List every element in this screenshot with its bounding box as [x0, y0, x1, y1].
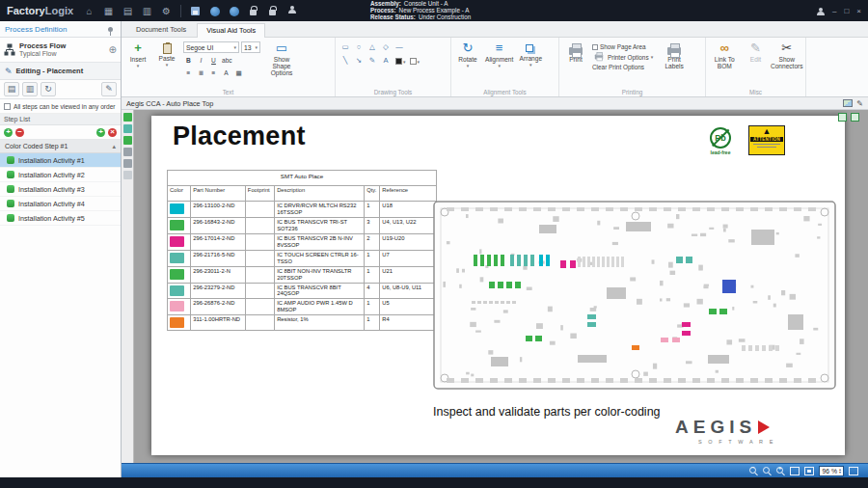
checkbox[interactable]	[4, 103, 11, 110]
insert-button[interactable]: + Insert ▾	[125, 40, 150, 87]
tab-visual-aid-tools[interactable]: Visual Aid Tools	[197, 23, 265, 38]
table-row[interactable]: 296-21716-5-NDIC TOUCH SCREEN CTRLR 16-T…	[168, 250, 437, 266]
arrange-button[interactable]: Arrange▾	[518, 40, 543, 87]
maximize-button[interactable]: □	[844, 7, 849, 15]
shape-tool[interactable]: ◇	[380, 42, 392, 53]
font-size-select[interactable]: 13▾	[241, 41, 260, 53]
table-row[interactable]: 296-26876-2-NDIC AMP AUDIO PWR 1.45W D 8…	[168, 299, 437, 315]
process-flow-item[interactable]: Process FlowTypical Flow ⊕	[0, 38, 121, 63]
link-to-bom-button[interactable]: ∞Link To BOM	[710, 40, 740, 87]
page-nav-icon[interactable]	[838, 113, 847, 122]
print-labels-button[interactable]: Print Labels	[657, 40, 692, 87]
documents-icon[interactable]: ▤	[121, 4, 135, 18]
step-list-item[interactable]: Installation Activity #3	[0, 182, 121, 197]
format-button[interactable]: ▦	[233, 68, 244, 78]
shape-tool[interactable]: ✎	[366, 56, 378, 67]
remove-step-icon[interactable]: −	[15, 128, 24, 137]
fit-page-icon[interactable]	[804, 467, 814, 475]
pin-icon[interactable]	[108, 27, 113, 32]
table-row[interactable]: 311-1.00HRTR-NDResistor, 1%1R4	[168, 315, 437, 331]
add-text-icon[interactable]	[123, 113, 132, 122]
rotate-button[interactable]: ↻Rotate▾	[455, 40, 480, 87]
reports-icon[interactable]: ▥	[140, 4, 154, 18]
copy-step-button[interactable]: ▥	[22, 82, 38, 96]
zoom-in-icon[interactable]: +	[776, 467, 785, 475]
format-button[interactable]: U	[208, 55, 219, 66]
shape-tool[interactable]: ╲	[339, 56, 351, 67]
clear-print-options-button[interactable]: Clear Print Options	[592, 64, 653, 70]
zoom-spinner[interactable]: ▴▾	[839, 468, 841, 474]
check-in-button[interactable]	[207, 4, 222, 18]
step-list-item[interactable]: Installation Activity #4	[0, 197, 121, 211]
add-table-icon[interactable]	[123, 148, 132, 156]
new-step-button[interactable]: ▤	[4, 82, 19, 96]
add-shape-icon[interactable]	[123, 136, 132, 145]
step-list-item[interactable]: Installation Activity #1	[0, 153, 121, 168]
add-image-icon[interactable]	[123, 124, 132, 133]
close-button[interactable]: ×	[856, 7, 861, 15]
add-link-icon[interactable]	[123, 159, 132, 168]
workflow-button[interactable]	[285, 4, 299, 18]
table-row[interactable]: 296-23279-2-NDIC BUS TRANSCVR 8BIT 24QSO…	[168, 283, 437, 299]
font-family-select[interactable]: Segoe UI▾	[183, 41, 239, 53]
release-button[interactable]	[227, 4, 241, 18]
lock-button[interactable]	[246, 4, 260, 18]
shape-tool[interactable]: △	[366, 42, 378, 53]
unlock-button[interactable]	[265, 4, 280, 18]
edit-step-button[interactable]: ✎	[101, 82, 117, 96]
table-row[interactable]: 296-17014-2-NDIC BUS TRANSCVR 2B N-INV 8…	[168, 233, 437, 250]
table-row[interactable]: 296-13100-2-NDIC DRVR/RCVR MLTCH RS232 1…	[168, 202, 437, 218]
table-row[interactable]: 296-23011-2-NIC 8BIT NON-INV TRANSLTR 20…	[168, 266, 437, 283]
user-avatar[interactable]	[816, 8, 825, 16]
shape-tool[interactable]: ↘	[353, 56, 365, 67]
format-button[interactable]: ≣	[196, 68, 206, 78]
shape-tool[interactable]: A	[380, 56, 392, 67]
outline-color-picker[interactable]: ▾	[410, 58, 420, 65]
step-list-item[interactable]: Installation Activity #5	[0, 211, 121, 226]
format-button[interactable]: ≡	[208, 68, 219, 78]
format-button[interactable]: I	[196, 55, 206, 66]
printer-options-button[interactable]: Printer Options▾	[592, 53, 653, 61]
print-button[interactable]: Print	[563, 40, 588, 87]
full-screen-icon[interactable]	[849, 467, 858, 475]
paste-button[interactable]: Paste ▾	[154, 40, 179, 87]
format-button[interactable]: B	[183, 55, 194, 66]
edit-button[interactable]: ✎Edit	[744, 40, 769, 87]
shape-tool[interactable]: —	[393, 42, 405, 53]
format-button[interactable]: ≡	[183, 68, 194, 78]
fit-width-icon[interactable]	[790, 467, 800, 475]
shape-tool[interactable]: ○	[353, 42, 365, 53]
show-shape-options-button[interactable]: ▭ Show Shape Options	[264, 40, 299, 87]
alignment-button[interactable]: ≡Alignment▾	[484, 40, 514, 87]
checkbox[interactable]	[592, 44, 598, 50]
page-nav-icon[interactable]	[851, 113, 859, 122]
select-tool-icon[interactable]	[123, 171, 132, 179]
add-group-icon[interactable]: +	[96, 128, 105, 137]
delete-group-icon[interactable]: ×	[108, 128, 117, 137]
fill-color-picker[interactable]: ▾	[395, 58, 406, 65]
table-row[interactable]: 296-16843-2-NDIC BUS TRANSCVR TRI-ST SOT…	[168, 217, 437, 233]
image-tool-icon[interactable]	[843, 99, 853, 107]
format-button[interactable]: abc	[221, 55, 233, 66]
step-group-header[interactable]: Color Coded Step #1 ▴	[0, 140, 121, 153]
tab-document-tools[interactable]: Document Tools	[127, 23, 195, 37]
step-list-item[interactable]: Installation Activity #2	[0, 168, 121, 182]
refresh-button[interactable]: ↻	[41, 82, 56, 96]
minimize-button[interactable]: –	[832, 7, 836, 15]
shape-tool[interactable]: ▭	[339, 42, 351, 53]
collapse-chevron-icon[interactable]: ▴	[112, 143, 116, 150]
zoom-reset-icon[interactable]	[763, 467, 772, 475]
view-order-option[interactable]: All steps can be viewed in any order	[0, 99, 121, 114]
gear-icon[interactable]: ⚙	[159, 4, 174, 18]
zoom-level-input[interactable]: 96 % ▴▾	[819, 466, 844, 476]
add-step-icon[interactable]: +	[4, 128, 13, 137]
format-button[interactable]: A	[221, 68, 231, 78]
show-connectors-button[interactable]: ✂Show Connectors	[773, 40, 802, 87]
edit-document-icon[interactable]: ✎	[856, 99, 863, 108]
save-button[interactable]	[188, 4, 203, 18]
add-flow-button[interactable]: ⊕	[109, 44, 117, 55]
show-page-area-toggle[interactable]: Show Page Area	[592, 43, 653, 50]
modules-icon[interactable]: ▦	[101, 4, 116, 18]
home-button[interactable]: ⌂	[82, 4, 96, 18]
zoom-out-icon[interactable]: −	[749, 467, 758, 475]
